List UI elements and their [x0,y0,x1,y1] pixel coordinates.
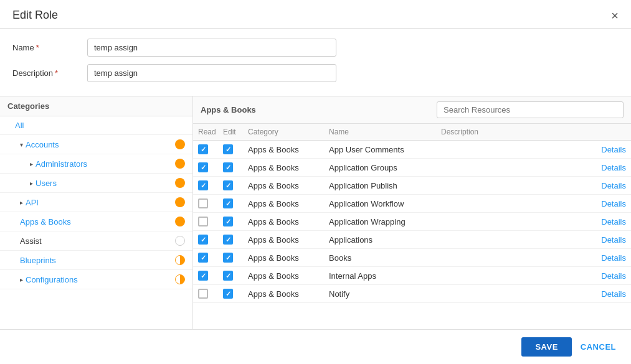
edit-checkbox-4[interactable]: ✓ [223,217,233,226]
edit-checkbox-6[interactable]: ✓ [223,253,233,263]
name-cell: Application Workflow [329,199,441,208]
description-input[interactable] [87,64,336,82]
col-header-2: Category [248,128,329,136]
sidebar-item-label: All [15,121,24,130]
sidebar-item-label: Administrators [36,159,87,169]
read-cell [198,289,223,299]
sidebar-item-label: Blueprints [20,256,56,265]
table-row: ✓ Apps & Books Application Wrapping Deta… [193,213,631,231]
category-cell: Apps & Books [248,253,329,263]
edit-cell: ✓ [223,253,248,263]
read-cell: ✓ [198,271,223,281]
read-checkbox-2[interactable]: ✓ [198,180,208,190]
edit-checkbox-0[interactable]: ✓ [223,144,233,154]
sidebar-item-label: Configurations [26,275,78,284]
table-row: ✓ ✓ Apps & Books App User Comments Detai… [193,141,631,159]
modal-footer: SAVE CANCEL [0,329,631,364]
details-link-7[interactable]: Details [576,271,626,281]
edit-checkbox-1[interactable]: ✓ [223,162,233,172]
edit-cell: ✓ [223,271,248,281]
read-checkbox-6[interactable]: ✓ [198,253,208,263]
close-button[interactable]: × [611,9,619,22]
read-cell: ✓ [198,144,223,154]
sidebar-item-apps-books[interactable]: Apps & Books [0,212,192,231]
description-row: Description * [12,64,619,82]
category-cell: Apps & Books [248,181,329,190]
sidebar-item-label: Apps & Books [20,217,71,226]
sidebar-item-configurations[interactable]: ▸ Configurations [0,270,192,289]
table-row: ✓ Apps & Books Notify Details [193,285,631,303]
panel-title: Apps & Books [201,105,256,114]
description-required: * [55,68,58,78]
edit-cell: ✓ [223,162,248,172]
sidebar-item-label: API [26,198,39,207]
name-cell: App User Comments [329,145,441,154]
details-link-3[interactable]: Details [576,199,626,208]
name-cell: Applications [329,235,441,245]
sidebar-item-users[interactable]: ▸ Users [0,174,192,193]
read-checkbox-8[interactable] [198,289,208,299]
save-button[interactable]: SAVE [521,337,571,357]
details-link-2[interactable]: Details [576,181,626,190]
status-dot [175,255,185,265]
details-link-4[interactable]: Details [576,217,626,226]
name-cell: Application Publish [329,181,441,190]
category-cell: Apps & Books [248,289,329,299]
table-row: ✓ ✓ Apps & Books Internal Apps Details [193,267,631,285]
table-row: ✓ Apps & Books Application Workflow Deta… [193,195,631,213]
table-wrapper: ReadEditCategoryNameDescription ✓ ✓ Apps… [193,124,631,329]
chevron-icon: ▾ [20,141,23,148]
name-cell: Notify [329,289,441,299]
edit-cell: ✓ [223,198,248,208]
chevron-icon: ▸ [20,276,23,283]
read-checkbox-5[interactable]: ✓ [198,235,208,245]
name-required: * [36,43,39,52]
chevron-icon: ▸ [20,199,23,206]
sidebar-item-blueprints[interactable]: Blueprints [0,251,192,270]
edit-checkbox-7[interactable]: ✓ [223,271,233,281]
sidebar-item-api[interactable]: ▸ API [0,193,192,212]
edit-checkbox-3[interactable]: ✓ [223,198,233,208]
main-panel: Apps & Books ReadEditCategoryNameDescrip… [193,96,631,329]
details-link-1[interactable]: Details [576,163,626,172]
chevron-icon: ▸ [30,161,33,167]
status-dot [175,197,185,207]
read-checkbox-4[interactable] [198,217,208,226]
sidebar-item-all[interactable]: All [0,116,192,135]
col-header-3: Name [329,128,441,136]
edit-cell: ✓ [223,235,248,245]
col-header-4: Description [441,128,576,136]
category-cell: Apps & Books [248,163,329,172]
name-input[interactable] [87,39,336,57]
edit-checkbox-8[interactable]: ✓ [223,289,233,299]
read-cell: ✓ [198,180,223,190]
name-cell: Application Wrapping [329,217,441,226]
details-link-6[interactable]: Details [576,253,626,263]
main-panel-header: Apps & Books [193,96,631,124]
read-cell: ✓ [198,253,223,263]
details-link-0[interactable]: Details [576,145,626,154]
sidebar-item-label: Accounts [26,140,59,149]
category-cell: Apps & Books [248,145,329,154]
read-checkbox-3[interactable] [198,198,208,208]
read-checkbox-1[interactable]: ✓ [198,162,208,172]
edit-checkbox-5[interactable]: ✓ [223,235,233,245]
name-row: Name * [12,39,619,57]
read-checkbox-0[interactable]: ✓ [198,144,208,154]
cancel-button[interactable]: CANCEL [578,337,619,357]
sidebar-item-accounts[interactable]: ▾ Accounts [0,135,192,154]
status-dot [175,139,185,149]
sidebar-item-assist[interactable]: Assist [0,231,192,251]
edit-checkbox-2[interactable]: ✓ [223,180,233,190]
status-dot [175,178,185,188]
sidebar-item-label: Assist [20,236,42,246]
details-link-5[interactable]: Details [576,235,626,245]
sidebar-item-administrators[interactable]: ▸ Administrators [0,154,192,174]
edit-cell: ✓ [223,217,248,226]
read-checkbox-7[interactable]: ✓ [198,271,208,281]
table-row: ✓ ✓ Apps & Books Application Groups Deta… [193,159,631,177]
search-input[interactable] [437,101,624,118]
status-dot [175,236,185,246]
sidebar-header: Categories [0,96,192,116]
details-link-8[interactable]: Details [576,289,626,299]
